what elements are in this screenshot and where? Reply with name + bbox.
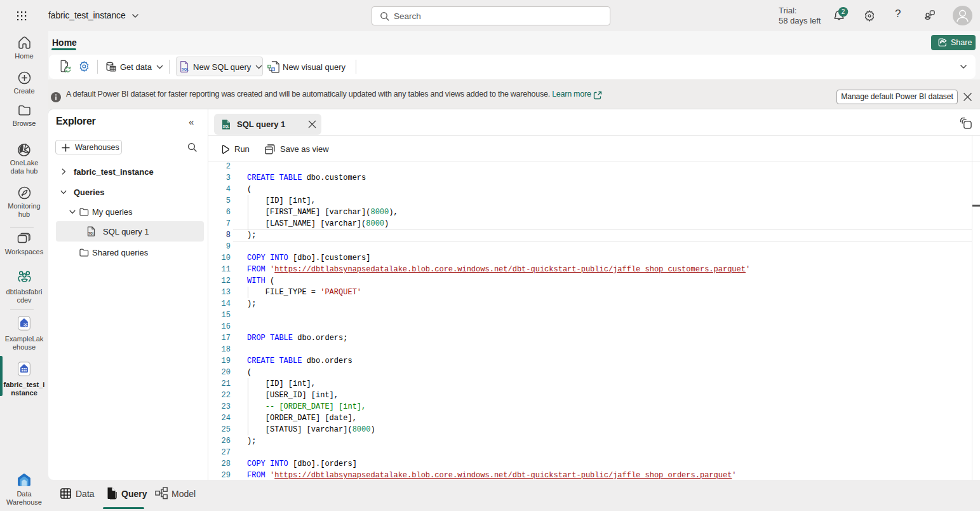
svg-text:SQL: SQL: [88, 232, 95, 235]
svg-text:SQL: SQL: [182, 67, 189, 71]
svg-text:2: 2: [842, 8, 845, 15]
